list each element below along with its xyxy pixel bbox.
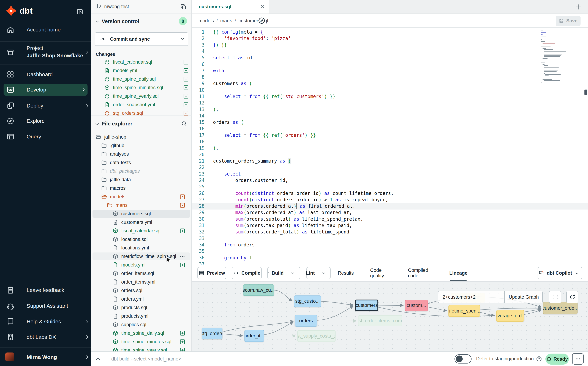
code-line-36[interactable]: 36 group by 1 <box>192 255 588 261</box>
lineage-selector-input[interactable]: 2+customers+2 <box>443 294 476 300</box>
file-tree-item-orders.sql[interactable]: orders.sql <box>92 287 190 294</box>
copy-branch-button[interactable] <box>180 4 186 10</box>
code-line-1[interactable]: 1{{ config(meta = { <box>192 29 588 35</box>
changed-file-fiscal_calendar.sql[interactable]: fiscal_calendar.sql <box>95 58 189 66</box>
code-line-12[interactable]: 12 <box>192 100 588 106</box>
stage-add-button[interactable] <box>183 84 189 91</box>
code-line-22[interactable]: 22 <box>192 164 588 171</box>
file-tree-item-time_spine_daily.sql[interactable]: time_spine_daily.sql <box>92 329 190 337</box>
changed-file-time_spine_yearly.sql[interactable]: time_spine_yearly.sql <box>95 92 189 100</box>
file-tree-item-order_items.yml[interactable]: order_items.yml <box>92 278 190 286</box>
lint-button-options[interactable] <box>319 270 331 276</box>
editor-tab-customers-sql[interactable]: customers.sql <box>192 0 270 14</box>
build-button[interactable]: Build <box>267 267 300 279</box>
stage-add-button[interactable] <box>183 93 189 99</box>
code-line-7[interactable]: 7with <box>192 68 588 74</box>
file-tree-item-macros[interactable]: macros <box>92 184 190 192</box>
dbt-copilot-button[interactable]: dbt Copilot <box>538 267 582 279</box>
lineage-node-order_it[interactable]: order_it... <box>245 330 264 342</box>
code-line-34[interactable]: 34 from orders <box>192 242 588 248</box>
lineage-node-average_ord[interactable]: average_ord... <box>496 310 524 322</box>
sidebar-item-query[interactable]: Query <box>0 130 91 144</box>
file-tree-item-order_items.sql[interactable]: order_items.sql <box>92 269 190 277</box>
defer-toggle[interactable] <box>454 354 471 364</box>
code-line-8[interactable]: 8 <box>192 74 588 80</box>
lineage-node-test_supply_costs_s[interactable]: test_supply_costs_s... <box>297 330 335 342</box>
sidebar-item-support-assistant[interactable]: Support Assistant <box>0 299 91 313</box>
file-tree-item-products.yml[interactable]: products.yml <box>92 312 190 320</box>
lineage-node-test_order_items_com[interactable]: test_order_items_com... <box>358 315 402 326</box>
code-line-37[interactable]: 37 <box>192 261 588 265</box>
refresh-graph-button[interactable] <box>566 291 578 303</box>
file-tree-item-data-tests[interactable]: data-tests <box>92 159 190 167</box>
sidebar-item-project[interactable]: ProjectJaffle Shop Snowflake <box>0 43 91 62</box>
lineage-node-custom[interactable]: custom... <box>405 300 428 311</box>
code-line-18[interactable]: 18 <box>192 138 588 145</box>
code-line-10[interactable]: 10 <box>192 87 588 93</box>
editor-minimap[interactable] <box>541 29 578 89</box>
lineage-node-orders[interactable]: orders <box>295 315 317 327</box>
editor-scrollbar-thumb[interactable] <box>584 90 587 95</box>
code-line-27[interactable]: 27 count(distinct orders.order_id) > 1 a… <box>192 197 588 203</box>
file-tree-item-customers.yml[interactable]: customers.yml <box>92 218 190 226</box>
file-actions-button[interactable] <box>179 253 185 259</box>
file-tree-item-time_spine_yearly.sql[interactable]: time_spine_yearly.sql <box>92 346 190 351</box>
result-tab-lineage[interactable]: Lineage <box>450 265 467 281</box>
code-line-23[interactable]: 23 select <box>192 171 588 177</box>
save-button[interactable]: Save <box>556 16 581 26</box>
commit-options-button[interactable] <box>177 33 188 45</box>
preview-button[interactable]: Preview <box>197 267 226 279</box>
command-input[interactable]: dbt build --select <model_name> <box>111 352 431 366</box>
code-line-6[interactable]: 6 <box>192 61 588 68</box>
changed-file-order_snapshot.yml[interactable]: order_snapshot.yml <box>95 101 189 108</box>
stage-add-button[interactable] <box>183 59 189 65</box>
chevron-down-icon[interactable] <box>94 121 100 127</box>
sidebar-item-account-home[interactable]: Account home <box>0 23 91 37</box>
stage-add-button[interactable] <box>183 102 189 107</box>
sidebar-item-leave-feedback[interactable]: Leave feedback <box>0 283 91 297</box>
file-tree-item-marts[interactable]: marts <box>92 201 190 209</box>
code-line-25[interactable]: 25 <box>192 183 588 190</box>
sidebar-item-develop[interactable]: Develop <box>4 84 88 96</box>
code-line-17[interactable]: 17 select * from {{ ref('orders') }} <box>192 132 588 139</box>
chevron-down-icon[interactable] <box>94 19 100 24</box>
code-line-5[interactable]: 5select 1 as id <box>192 54 588 61</box>
file-tree-item-customers.sql[interactable]: customers.sql <box>92 210 190 218</box>
lineage-node-lifetime_spen[interactable]: lifetime_spen... <box>448 305 480 317</box>
lint-button[interactable]: undefinedLint <box>306 267 331 279</box>
code-editor[interactable]: 1{{ config(meta = {2 'favorite_food': 'p… <box>192 28 588 265</box>
file-tree-item-dbt_packages[interactable]: dbt_packages <box>92 167 190 175</box>
new-tab-button[interactable] <box>574 2 583 11</box>
lineage-node-customer_orde[interactable]: customer_orde... <box>543 302 578 314</box>
expand-command-bar-button[interactable] <box>94 355 101 362</box>
file-tree-item-time_spine_minutes.sql[interactable]: time_spine_minutes.sql <box>92 338 190 346</box>
sidebar-item-deploy[interactable]: Deploy <box>0 99 91 113</box>
code-line-3[interactable]: 3}) }} <box>192 42 588 48</box>
sidebar-item-dashboard[interactable]: Dashboard <box>0 68 91 81</box>
commit-and-sync-button[interactable]: Commit and sync <box>95 32 188 46</box>
result-tab-code-quality[interactable]: Code quality <box>370 265 397 281</box>
lineage-node-stg_custo[interactable]: stg_custo... <box>294 296 321 307</box>
branch-name[interactable]: mwong-test <box>104 4 129 9</box>
breadcrumb-item[interactable]: models <box>199 18 214 23</box>
code-line-35[interactable]: 35 <box>192 248 588 255</box>
file-tree-item-metricflow_time_spine.sql[interactable]: metricflow_time_spine.sql <box>92 252 190 260</box>
file-tree-item-fiscal_calendar.sql[interactable]: fiscal_calendar.sql <box>92 227 190 235</box>
code-line-13[interactable]: 13), <box>192 106 588 113</box>
lineage-node-customers[interactable]: customers <box>355 299 378 311</box>
stage-add-button[interactable] <box>179 262 185 268</box>
changed-file-models.yml[interactable]: models.yml <box>95 67 189 75</box>
code-line-9[interactable]: 9customers as ( <box>192 80 588 87</box>
file-tree-item-products.sql[interactable]: products.sql <box>92 304 190 312</box>
defer-help-icon[interactable] <box>536 356 542 362</box>
file-tree-item-jaffle-data[interactable]: jaffle-data <box>92 176 190 183</box>
sidebar-item-dbt-labs-dx[interactable]: dbt Labs DX <box>0 330 91 344</box>
stage-add-button[interactable] <box>179 347 185 351</box>
file-tree-item-models.yml[interactable]: models.yml <box>92 261 190 269</box>
code-line-28[interactable]: 28 min(orders.ordered_at) as first_order… <box>192 203 588 209</box>
code-line-26[interactable]: 26 count(distinct orders.order_id) as co… <box>192 190 588 197</box>
more-actions-button[interactable] <box>572 353 584 365</box>
changed-file-stg_orders.sql[interactable]: stg_orders.sql <box>95 109 189 116</box>
code-line-2[interactable]: 2 'favorite_food': 'pizza' <box>192 35 588 42</box>
stage-add-button[interactable] <box>179 339 185 344</box>
